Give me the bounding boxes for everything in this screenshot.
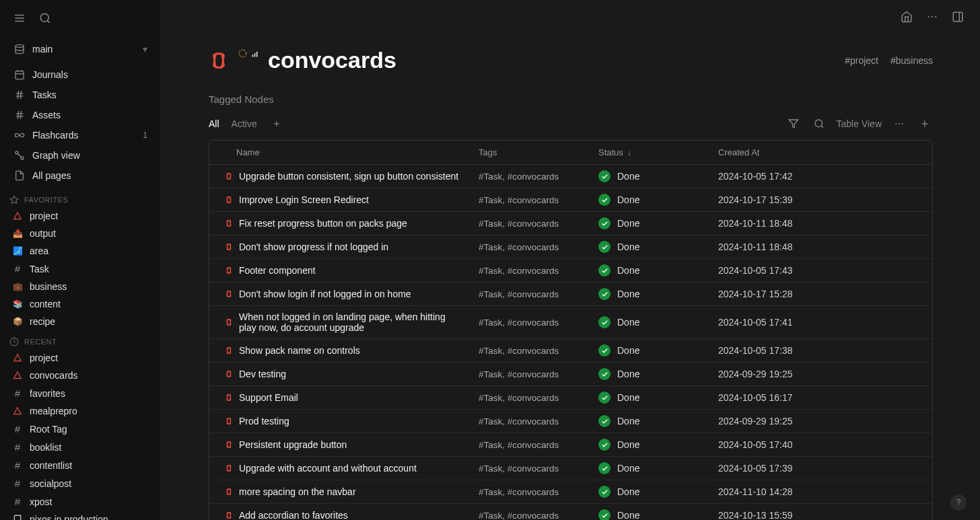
calendar-icon <box>13 69 26 81</box>
row-created: 2024-09-29 19:25 <box>718 416 793 426</box>
row-tags: #Task, #convocards <box>479 346 559 356</box>
favorite-item-task[interactable]: #Task <box>0 260 161 278</box>
table-row[interactable]: Footer component #Task, #convocards Done… <box>209 259 932 283</box>
tab-active[interactable]: Active <box>232 114 257 133</box>
table-row[interactable]: Fix reset progress button on packs page … <box>209 212 932 235</box>
recent-item-xpost[interactable]: #xpost <box>0 492 161 511</box>
page-cards-icon <box>209 50 229 71</box>
cards-icon <box>224 393 234 402</box>
graph-icon <box>13 149 26 161</box>
section-title: Tagged Nodes <box>209 94 933 105</box>
bars-icon <box>251 48 258 61</box>
hash-icon <box>13 109 26 121</box>
nav-item-tasks[interactable]: Tasks <box>5 85 155 105</box>
row-created: 2024-10-05 17:43 <box>718 265 793 276</box>
table-row[interactable]: Add accordian to favorites #Task, #convo… <box>209 504 932 520</box>
recent-header[interactable]: RECENT <box>0 330 161 349</box>
hash-icon: # <box>12 459 23 471</box>
row-tags: #Task, #convocards <box>479 511 559 521</box>
table-row[interactable]: Support Email #Task, #convocards Done 20… <box>209 386 932 410</box>
favorite-item-area[interactable]: 🗾area <box>0 242 161 260</box>
recent-item-favorites[interactable]: #favorites <box>0 384 161 402</box>
emoji-icon: 📚 <box>12 299 23 309</box>
cards-icon <box>224 242 234 252</box>
recent-item-nixos-in-production[interactable]: nixos in production <box>0 511 161 520</box>
cards-icon <box>224 487 234 496</box>
view-more-button[interactable] <box>891 116 907 132</box>
favorites-header[interactable]: FAVORITES <box>0 188 161 207</box>
help-button[interactable]: ? <box>950 494 967 511</box>
table-row[interactable]: Persistent upgrade button #Task, #convoc… <box>209 433 932 457</box>
table-row[interactable]: Don't show login if not logged in on hom… <box>209 283 932 306</box>
favorite-item-recipe[interactable]: 📦recipe <box>0 313 161 330</box>
recent-item-socialpost[interactable]: #socialpost <box>0 474 161 492</box>
nav-item-flashcards[interactable]: Flashcards1 <box>5 125 155 145</box>
recent-item-convocards[interactable]: convocards <box>0 367 161 384</box>
status-badge: Done <box>598 316 639 328</box>
tab-all[interactable]: All <box>209 114 219 133</box>
column-tags[interactable]: Tags <box>470 141 590 164</box>
row-tags: #Task, #convocards <box>479 440 559 450</box>
panel-button[interactable] <box>949 8 967 26</box>
row-tags: #Task, #convocards <box>479 266 559 276</box>
more-button[interactable] <box>923 8 941 26</box>
check-icon <box>598 368 610 380</box>
table-row[interactable]: Upgrade button consistent, sign up butto… <box>209 165 932 188</box>
status-badge: Done <box>598 170 639 182</box>
table-row[interactable]: Improve Login Screen Redirect #Task, #co… <box>209 188 932 212</box>
nav-item-assets[interactable]: Assets <box>5 105 155 125</box>
favorite-item-project[interactable]: project <box>0 207 161 225</box>
search-table-button[interactable] <box>811 116 827 132</box>
row-tags: #Task, #convocards <box>479 195 559 205</box>
row-created: 2024-10-05 17:41 <box>718 317 793 328</box>
favorite-item-business[interactable]: 💼business <box>0 278 161 295</box>
favorite-item-content[interactable]: 📚content <box>0 295 161 313</box>
table-row[interactable]: Upgrade with account and without account… <box>209 457 932 480</box>
nav-item-all-pages[interactable]: All pages <box>5 165 155 186</box>
hash-icon: # <box>12 387 23 399</box>
status-badge: Done <box>598 264 639 276</box>
check-icon <box>598 194 610 206</box>
view-selector[interactable]: Table View <box>837 118 882 129</box>
row-name: Persistent upgrade button <box>239 439 347 450</box>
add-tab-button[interactable] <box>269 116 284 131</box>
svg-point-39 <box>895 123 897 124</box>
recent-item-root-tag[interactable]: #Root Tag <box>0 420 161 438</box>
recent-item-contentlist[interactable]: #contentlist <box>0 456 161 474</box>
add-button[interactable] <box>917 116 933 132</box>
emoji-icon: 💼 <box>12 282 23 291</box>
table-row[interactable]: Show pack name on controls #Task, #convo… <box>209 339 932 363</box>
recent-item-project[interactable]: project <box>0 349 161 367</box>
nav-item-journals[interactable]: Journals <box>5 65 155 85</box>
search-button[interactable] <box>36 9 54 27</box>
table-row[interactable]: Prod testing #Task, #convocards Done 202… <box>209 410 932 433</box>
row-created: 2024-10-11 18:48 <box>718 218 793 229</box>
svg-marker-21 <box>10 196 18 203</box>
page-tag-project[interactable]: #project <box>845 55 878 66</box>
table-row[interactable]: Dev testing #Task, #convocards Done 2024… <box>209 363 932 386</box>
column-name[interactable]: Name <box>209 141 470 164</box>
recent-item-booklist[interactable]: #booklist <box>0 438 161 456</box>
recent-item-mealprepro[interactable]: mealprepro <box>0 402 161 420</box>
svg-point-23 <box>928 16 930 17</box>
row-name: Prod testing <box>239 416 289 426</box>
cards-icon <box>224 369 234 379</box>
row-name: Improve Login Screen Redirect <box>239 194 369 205</box>
status-badge: Done <box>598 509 639 520</box>
table-row[interactable]: When not logged in on landing page, when… <box>209 306 932 339</box>
row-name: Upgrade with account and without account <box>239 463 417 474</box>
check-icon <box>598 486 610 498</box>
table-row[interactable]: Don't show progress if not logged in #Ta… <box>209 235 932 259</box>
favorite-item-output[interactable]: 📤output <box>0 225 161 242</box>
row-name: Don't show progress if not logged in <box>239 242 388 252</box>
table-row[interactable]: more spacing on the navbar #Task, #convo… <box>209 480 932 504</box>
filter-button[interactable] <box>785 116 802 132</box>
nav-item-graph-view[interactable]: Graph view <box>5 145 155 165</box>
column-status[interactable]: Status ↓ <box>590 141 710 164</box>
menu-button[interactable] <box>11 9 28 27</box>
branch-selector[interactable]: main ▾ <box>5 39 155 59</box>
column-created[interactable]: Created At <box>710 141 932 164</box>
status-badge: Done <box>598 241 639 253</box>
home-button[interactable] <box>898 8 915 26</box>
page-tag-business[interactable]: #business <box>890 55 933 66</box>
